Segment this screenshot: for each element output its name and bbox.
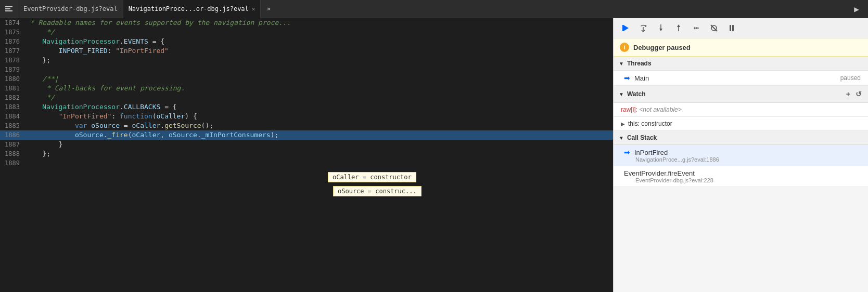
paused-text: Debugger paused [633, 44, 691, 51]
call-stack-item-0[interactable]: ➡ InPortFired NavigationProce...g.js?eva… [614, 145, 868, 166]
run-script-button[interactable]: ▶ [849, 2, 864, 16]
main-thread-item[interactable]: ➡ Main paused [614, 71, 868, 86]
code-line-1875[interactable]: 1875 */ [0, 28, 613, 37]
svg-rect-19 [732, 25, 734, 31]
code-line-1879[interactable]: 1879 [0, 65, 613, 74]
deactivate-breakpoints-button[interactable] [706, 20, 722, 36]
info-icon: i [620, 43, 629, 52]
tab-overflow-button[interactable]: » [261, 0, 276, 18]
resume-button[interactable] [618, 20, 633, 36]
code-line-1876[interactable]: 1876 NavigationProcessor.EVENTS = { [0, 37, 613, 46]
tab-close-button[interactable]: ✕ [252, 6, 256, 12]
thread-status: paused [840, 74, 861, 82]
svg-rect-4 [622, 25, 623, 31]
watch-raw-entry: raw[i]: <not available> [614, 103, 868, 117]
code-line-1886[interactable]: 1886 oSource._fire(oCaller, oSource._mIn… [0, 130, 613, 140]
code-line-1881[interactable]: 1881 * Call-backs for event processing. [0, 84, 613, 93]
step-into-button[interactable] [653, 20, 669, 36]
watch-actions: + ↺ [845, 89, 863, 99]
svg-marker-12 [677, 24, 680, 27]
debugger-toolbar [614, 18, 868, 38]
call-stack-fn-1: EventProvider.fireEvent [624, 169, 861, 177]
threads-label: Threads [627, 60, 652, 67]
thread-name: Main [634, 74, 840, 82]
watch-key: raw[i]: [621, 106, 637, 113]
svg-marker-3 [623, 25, 629, 31]
thread-active-icon: ➡ [624, 74, 630, 82]
active-frame-icon: ➡ [624, 148, 630, 156]
svg-rect-1 [5, 8, 10, 9]
call-stack-section-header[interactable]: ▼ Call Stack [614, 131, 868, 145]
call-stack-arrow-icon: ▼ [619, 135, 624, 141]
svg-marker-14 [694, 26, 695, 30]
code-line-1877[interactable]: 1877 INPORT_FIRED: "InPortFired" [0, 46, 613, 56]
call-stack-file-0: NavigationProce...g.js?eval:1886 [624, 156, 861, 163]
debugger-panel: i Debugger paused ▼ Threads ➡ Main pause… [613, 18, 868, 292]
code-editor: 1874 * Readable names for events support… [0, 18, 613, 292]
code-line-1874[interactable]: 1874 * Readable names for events support… [0, 18, 613, 28]
svg-rect-18 [730, 25, 731, 31]
call-stack-fn-name-1: EventProvider.fireEvent [624, 169, 695, 177]
watch-refresh-button[interactable]: ↺ [854, 89, 863, 99]
svg-marker-15 [696, 26, 697, 30]
code-line-1888[interactable]: 1888 }; [0, 149, 613, 158]
expand-arrow-icon: ▶ [621, 121, 625, 127]
code-line-1883[interactable]: 1883 NavigationProcessor.CALLBACKS = { [0, 102, 613, 112]
code-line-1887[interactable]: 1887 } [0, 140, 613, 149]
watch-label: Watch [627, 90, 646, 98]
call-stack-label: Call Stack [627, 134, 657, 141]
code-line-1880[interactable]: 1880 /**| [0, 74, 613, 84]
call-stack-item-1[interactable]: EventProvider.fireEvent EventProvider-db… [614, 166, 868, 187]
pause-on-exception-button[interactable] [724, 20, 739, 36]
tab-bar: EventProvider-dbg.js?eval NavigationProc… [0, 0, 868, 18]
step-out-button[interactable] [671, 20, 686, 36]
sidebar-toggle-button[interactable] [0, 0, 18, 18]
watch-section-header[interactable]: ▼ Watch + ↺ [614, 86, 868, 103]
call-stack-file-1: EventProvider-dbg.js?eval:228 [624, 177, 861, 183]
threads-arrow-icon: ▼ [619, 61, 624, 67]
call-stack-fn-0: ➡ InPortFired [624, 148, 861, 156]
code-lines[interactable]: 1874 * Readable names for events support… [0, 18, 613, 292]
svg-marker-5 [645, 25, 647, 27]
code-line-1889[interactable]: 1889 [0, 158, 613, 168]
svg-rect-2 [5, 10, 12, 11]
call-stack-fn-name-0: InPortFired [634, 149, 668, 156]
code-line-1882[interactable]: 1882 */ [0, 93, 613, 102]
threads-section-header[interactable]: ▼ Threads [614, 57, 868, 71]
watch-this-label: this: constructor [628, 120, 672, 127]
step-over-button[interactable] [635, 20, 651, 36]
code-line-1884[interactable]: 1884 "InPortFired": function(oCaller) { [0, 112, 613, 121]
watch-value: <not available> [639, 106, 681, 113]
code-line-1885[interactable]: 1885 var oSource = oCaller.getSource(); [0, 121, 613, 130]
tab-bar-right: ▶ [849, 2, 868, 16]
code-line-1878[interactable]: 1878 }; [0, 56, 613, 65]
main-area: 1874 * Readable names for events support… [0, 18, 868, 292]
watch-this-item[interactable]: ▶ this: constructor [614, 117, 868, 131]
svg-marker-10 [659, 29, 662, 31]
debugger-paused-banner: i Debugger paused [614, 38, 868, 57]
tab-eventprovider[interactable]: EventProvider-dbg.js?eval [18, 0, 123, 18]
watch-arrow-icon: ▼ [619, 91, 624, 97]
svg-line-16 [711, 25, 717, 31]
watch-add-button[interactable]: + [845, 89, 851, 99]
tab-navigationprocessor[interactable]: NavigationProce...or-dbg.js?eval ✕ [123, 0, 261, 18]
threads-section: ➡ Main paused [614, 71, 868, 86]
svg-rect-0 [5, 6, 12, 7]
step-back-button[interactable] [688, 20, 704, 36]
